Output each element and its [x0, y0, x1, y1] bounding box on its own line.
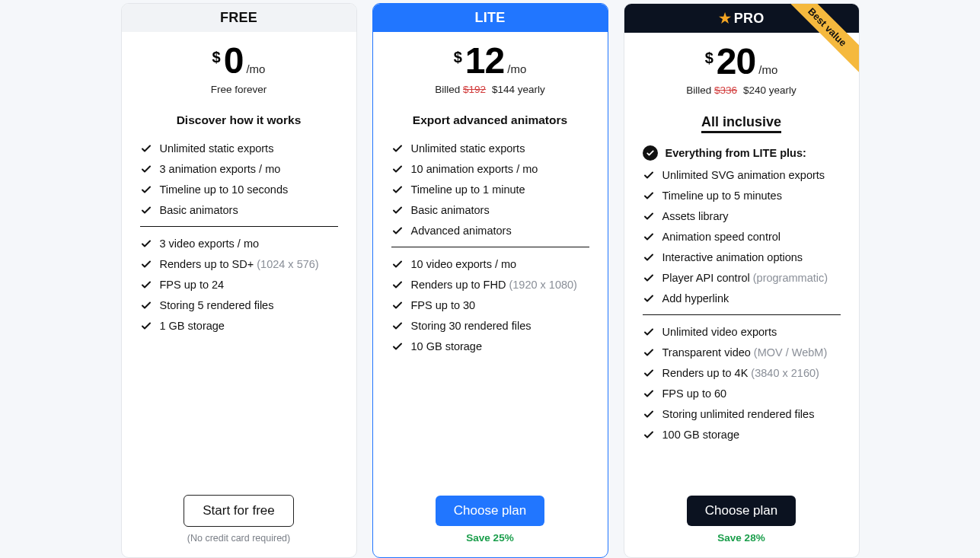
check-icon: [140, 204, 152, 216]
choose-plan-button[interactable]: Choose plan: [436, 496, 544, 526]
cta-subtext: Save 28%: [624, 532, 859, 544]
check-icon: [391, 258, 404, 270]
check-icon: [643, 231, 655, 243]
feature-text: Advanced animators: [411, 225, 512, 237]
feature-text: Transparent video(MOV / WebM): [662, 346, 828, 359]
feature-text: Assets library: [662, 210, 729, 222]
feature-item: FPS up to 24: [140, 274, 338, 295]
check-icon: [643, 145, 658, 161]
feature-text: 3 video exports / mo: [160, 238, 260, 250]
cta-block: Choose plan Save 28%: [624, 485, 859, 557]
feature-item: Unlimited static exports: [140, 138, 338, 158]
feature-text: Interactive animation options: [662, 251, 803, 263]
check-icon: [643, 367, 655, 379]
feature-item: Renders up to FHD(1920 x 1080): [391, 274, 589, 295]
cta-block: Start for free (No credit card required): [122, 484, 356, 557]
feature-text: FPS up to 24: [160, 279, 225, 291]
check-icon: [643, 210, 655, 222]
currency: $: [454, 49, 462, 66]
feature-text: Timeline up to 10 seconds: [160, 183, 289, 196]
feature-text: Player API control(programmatic): [662, 272, 828, 284]
price-strike: $336: [714, 84, 737, 96]
feature-text: Renders up to FHD(1920 x 1080): [411, 279, 577, 291]
feature-list: Everything from LITE plus: Unlimited SVG…: [624, 141, 859, 485]
feature-text: 3 animation exports / mo: [160, 163, 281, 175]
plan-lite: LITE $ 12 /mo Billed $192 $144 yearly Ex…: [372, 3, 608, 558]
check-icon: [140, 299, 152, 311]
feature-item: Unlimited video exports: [643, 321, 841, 342]
feature-list: Unlimited static exports10 animation exp…: [373, 138, 608, 485]
feature-item: FPS up to 60: [643, 383, 841, 403]
feature-text: FPS up to 60: [662, 387, 727, 400]
plan-title: FREE: [122, 4, 356, 32]
feature-note: (MOV / WebM): [754, 346, 827, 359]
check-icon: [391, 163, 404, 175]
feature-item: Storing 5 rendered files: [140, 295, 338, 315]
plan-pro: ★PRO Best value $ 20 /mo Billed $336 $24…: [624, 3, 860, 558]
feature-item: Storing 30 rendered files: [391, 315, 589, 336]
feature-text: Unlimited video exports: [662, 326, 777, 338]
currency: $: [705, 49, 713, 67]
price: 12: [465, 43, 504, 79]
feature-text: Unlimited SVG animation exports: [662, 169, 825, 181]
feature-item: Timeline up to 5 minutes: [643, 185, 841, 206]
feature-item: Renders up to 4K(3840 x 2160): [643, 362, 841, 383]
feature-item: 3 animation exports / mo: [140, 158, 338, 179]
price-subtext: Billed $192 $144 yearly: [381, 84, 600, 95]
feature-text: Renders up to 4K(3840 x 2160): [662, 367, 819, 379]
divider: [140, 226, 338, 227]
feature-item: Basic animators: [391, 199, 589, 220]
check-icon: [391, 183, 404, 196]
price-period: /mo: [758, 63, 777, 76]
feature-item: Interactive animation options: [643, 247, 841, 267]
feature-item: 10 video exports / mo: [391, 253, 589, 274]
cta-subtext: (No credit card required): [122, 533, 356, 544]
currency: $: [212, 49, 221, 66]
feature-list: Unlimited static exports3 animation expo…: [122, 138, 356, 484]
check-icon: [643, 292, 655, 305]
plan-free: FREE $ 0 /mo Free forever Discover how i…: [121, 3, 357, 558]
feature-item: 10 GB storage: [391, 336, 589, 356]
feature-text: 10 animation exports / mo: [411, 163, 538, 175]
feature-text: Unlimited static exports: [411, 142, 525, 155]
check-icon: [391, 279, 404, 291]
price-subtext: Billed $336 $240 yearly: [632, 84, 851, 96]
feature-item: Advanced animators: [391, 220, 589, 241]
feature-text: Storing unlimited rendered files: [662, 408, 815, 420]
feature-text: Renders up to SD+(1024 x 576): [160, 258, 319, 270]
feature-item: Assets library: [643, 206, 841, 226]
check-icon: [643, 429, 655, 441]
feature-text: Basic animators: [411, 204, 490, 216]
feature-item: Basic animators: [140, 199, 338, 220]
feature-item: Timeline up to 1 minute: [391, 179, 589, 199]
check-icon: [140, 238, 152, 250]
feature-note: (programmatic): [753, 272, 828, 284]
feature-item: 3 video exports / mo: [140, 233, 338, 253]
feature-text: 10 video exports / mo: [411, 258, 517, 270]
price-strike: $192: [463, 84, 486, 95]
feature-text: Unlimited static exports: [160, 142, 274, 155]
plan-title: LITE: [373, 4, 608, 32]
feature-item: Unlimited static exports: [391, 138, 589, 158]
star-icon: ★: [719, 11, 731, 26]
price-block: $ 20 /mo Billed $336 $240 yearly: [624, 33, 859, 100]
cta-block: Choose plan Save 25%: [373, 485, 608, 557]
divider: [643, 314, 841, 315]
feature-text: 100 GB storage: [662, 429, 740, 441]
feature-item: FPS up to 30: [391, 295, 589, 315]
check-icon: [643, 408, 655, 420]
pricing-plans: FREE $ 0 /mo Free forever Discover how i…: [121, 3, 860, 558]
check-icon: [391, 320, 404, 332]
feature-item: Animation speed control: [643, 226, 841, 247]
divider: [391, 247, 589, 247]
feature-item: 1 GB storage: [140, 315, 338, 336]
check-icon: [391, 204, 404, 216]
check-icon: [643, 387, 655, 400]
choose-plan-button[interactable]: Choose plan: [687, 496, 796, 526]
feature-item: 100 GB storage: [643, 424, 841, 445]
price: 20: [717, 43, 755, 80]
check-icon: [391, 142, 404, 155]
check-icon: [140, 183, 152, 196]
cta-subtext: Save 25%: [373, 532, 608, 544]
start-free-button[interactable]: Start for free: [184, 495, 293, 527]
